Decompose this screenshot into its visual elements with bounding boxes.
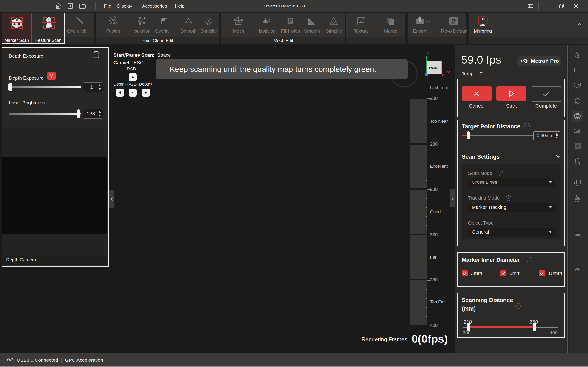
svg-text:vision: vision xyxy=(451,23,456,25)
svg-text:Z: Z xyxy=(427,50,430,55)
svg-text:X: X xyxy=(447,70,450,75)
